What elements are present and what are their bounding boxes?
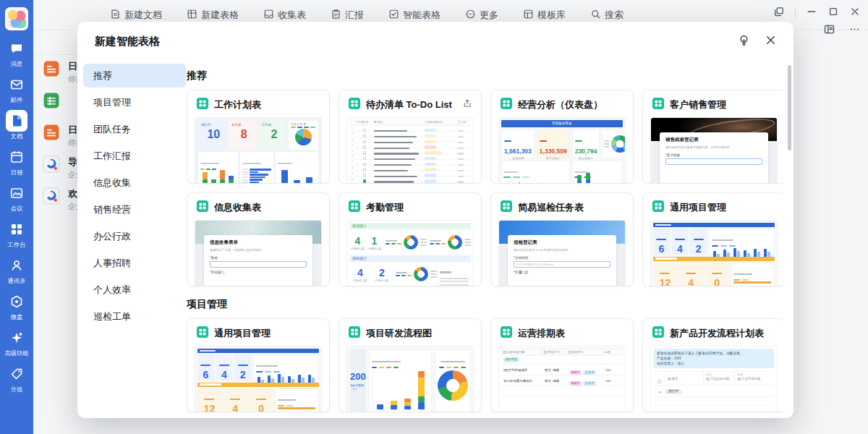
drive-icon [6,291,27,312]
template-category-menu: 推荐项目管理团队任务工作汇报信息收集销售经营办公行政人事招聘个人效率巡检工单 [83,64,186,331]
template-thumbnail: ☐ 完成状态☰ 事项 ◷ 最新进展状态▤ 计划 1 2 3 4 5 [346,117,474,184]
smart-sheet-tile-icon [500,326,513,341]
sidebar-item-5[interactable]: 会议 [0,182,33,213]
group-icon [6,363,27,385]
sidebar-item-7[interactable]: 通讯录 [0,255,33,285]
new-smart-sheet-modal: 新建智能表格 推荐项目管理团队任务工作汇报信息收集销售经营办公行政人事招聘个人效… [77,22,793,418]
sidebar-item-1[interactable]: 消息 [0,38,33,68]
template-card-title: 经营分析（仪表盘） [518,98,603,111]
category-item-5[interactable]: 信息收集 [83,171,186,195]
docs-icon [6,110,27,132]
tips-lightbulb-icon[interactable] [737,33,751,50]
template-card[interactable]: 通用项目管理 642 1240 [642,192,783,286]
template-thumbnail: 销售线索登记表 请各销售同学认真填写线索信息，以便后续跟进。 *客户名称 [650,117,778,184]
smart-sheet-tile-icon [348,200,361,216]
smart-sheet-tile-icon [196,200,209,216]
template-card[interactable]: 通用项目管理 642 1240 [187,318,330,412]
share-icon[interactable] [462,98,472,111]
template-thumbnail: 巡检登记表 请各位店长每日 21:00 前填写巡检记录单。 *反馈时间 YYYY… [498,220,626,286]
sidebar-item-label: 高级功能 [1,349,32,357]
template-card[interactable]: 待办清单 To-Do List ☐ 完成状态☰ 事项 ◷ 最新进展状态▤ 计划 … [339,90,482,184]
smart-sheet-tile-icon [652,200,665,216]
template-grid: 工作计划表 进行中 10 未完成 8 已完成 2 任务分布·图 待办清单 To-… [187,90,783,286]
sidebar-item-label: 工作台 [1,241,32,248]
sidebar-item-2[interactable]: 邮件 [0,74,33,104]
template-card[interactable]: 信息收集表 信息收集表单 请填写以下信息，信息将汇总到表格内。 *姓名 *所在部… [187,192,330,286]
category-item-2[interactable]: 项目管理 [83,90,186,114]
template-card-title: 考勤管理 [366,201,404,214]
category-item-6[interactable]: 销售经营 [83,197,186,221]
template-card[interactable]: 运营排期表 运营活动主题宣传方式涉及平台运营 测评科普 8款空气炸锅测评 图文+… [490,318,634,412]
smart-sheet-tile-icon [500,200,513,216]
sidebar-item-label: 消息 [1,60,32,67]
template-thumbnail: 进行中 10 未完成 8 已完成 2 任务分布·图 [195,117,322,184]
category-item-9[interactable]: 个人效率 [83,278,186,302]
section-title-1: 推荐 [187,69,783,82]
sidebar-item-label: 邮件 [1,96,32,103]
template-card[interactable]: 经营分析（仪表盘） 经营数据看板 1,561,303 总营业额 1,330,50… [490,90,634,184]
template-grid: 通用项目管理 642 1240 项目研发流程图 200 项目总数量（个） [187,318,783,412]
category-item-4[interactable]: 工作汇报 [83,144,186,168]
template-gallery: 推荐 工作计划表 进行中 10 未完成 8 已完成 2 任务分布·图 待办清单 … [187,58,783,418]
sidebar-item-9[interactable]: 高级功能 [0,327,33,357]
section-title-2: 项目管理 [187,298,783,311]
template-thumbnail: 642 1240 [195,346,322,412]
sidebar-item-4[interactable]: 日程 [0,146,33,176]
template-card[interactable]: 项目研发流程图 200 项目总数量（个） [339,318,482,412]
modal-title: 新建智能表格 [95,35,160,48]
chat-icon [6,38,27,59]
template-card-title: 通用项目管理 [214,327,271,340]
smart-sheet-tile-icon [652,97,665,113]
template-card-title: 通用项目管理 [670,201,726,214]
smart-sheet-tile-icon [348,326,361,341]
template-thumbnail: 使项目成员和项目干系人了解项目开发计划，分配任务。产品名称：XXX项目负责人：张… [650,346,778,412]
sidebar-item-3[interactable]: 文档 [0,110,33,140]
category-item-1[interactable]: 推荐 [83,64,186,88]
smart-sheet-tile-icon [500,97,513,113]
sidebar-item-label: 分组 [1,386,32,393]
calendar-icon [6,146,27,168]
template-card[interactable]: 简易巡检任务表 巡检登记表 请各位店长每日 21:00 前填写巡检记录单。 *反… [490,192,634,286]
template-thumbnail: 经营数据看板 1,561,303 总营业额 1,330,509 线下总收入 23… [498,117,626,184]
template-thumbnail: 请假统计 4总请假人数1已请假人数 加班统计 4总加班人数2已调休人数 [346,220,474,286]
scrollbar-thumb[interactable] [788,65,791,150]
template-thumbnail: 信息收集表单 请填写以下信息，信息将汇总到表格内。 *姓名 *所在部门 [195,220,322,286]
smart-sheet-tile-icon [652,326,665,341]
contacts-icon [6,255,27,276]
app-window: 消息 邮件 文档 日程 会议 工作台 通讯录 微盘 高级功能 [0,0,868,434]
sidebar-item-8[interactable]: 微盘 [0,291,33,321]
template-thumbnail: 642 1240 [650,220,778,286]
avatar-image [7,9,26,28]
category-item-7[interactable]: 办公行政 [83,224,186,248]
sidebar-item-10[interactable]: 分组 [0,363,33,393]
template-card-title: 运营排期表 [518,327,565,340]
sidebar-item-label: 微盘 [1,313,32,320]
user-avatar[interactable] [5,7,28,30]
smart-sheet-tile-icon [196,97,209,113]
close-icon[interactable] [764,33,778,50]
workbench-icon [6,218,27,240]
meeting-icon [6,182,27,204]
template-card-title: 待办清单 To-Do List [366,98,452,111]
smart-sheet-tile-icon [196,326,209,341]
template-card-title: 客户销售管理 [670,98,726,111]
template-card-title: 简易巡检任务表 [518,201,584,214]
template-card-title: 新产品开发流程计划表 [670,327,764,340]
template-card-title: 工作计划表 [214,98,261,111]
mail-icon [6,74,27,95]
template-card-title: 项目研发流程图 [366,327,432,340]
template-card[interactable]: 客户销售管理 销售线索登记表 请各销售同学认真填写线索信息，以便后续跟进。 *客… [642,90,783,184]
template-card[interactable]: 新产品开发流程计划表 使项目成员和项目干系人了解项目开发计划，分配任务。产品名称… [642,318,783,412]
advanced-icon [6,327,27,349]
smart-sheet-tile-icon [348,97,361,113]
category-item-10[interactable]: 巡检工单 [83,305,186,328]
primary-sidebar: 消息 邮件 文档 日程 会议 工作台 通讯录 微盘 高级功能 [0,0,33,434]
category-item-8[interactable]: 人事招聘 [83,251,186,275]
category-item-3[interactable]: 团队任务 [83,117,186,141]
template-card[interactable]: 考勤管理 请假统计 4总请假人数1已请假人数 加班统计 4总加班人数2已调休人数 [339,192,482,286]
sidebar-item-label: 会议 [1,205,32,212]
sidebar-item-label: 文档 [1,132,32,140]
sidebar-item-6[interactable]: 工作台 [0,218,33,249]
template-thumbnail: 200 项目总数量（个） [346,346,474,412]
template-card[interactable]: 工作计划表 进行中 10 未完成 8 已完成 2 任务分布·图 [187,90,330,184]
